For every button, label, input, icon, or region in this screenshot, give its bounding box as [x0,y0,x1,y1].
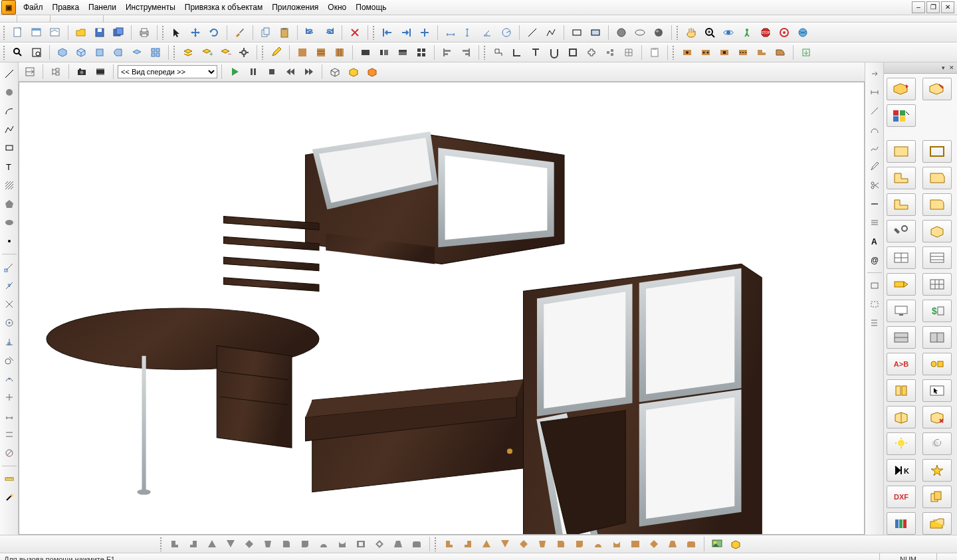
cabinet-x-button[interactable] [922,406,952,428]
snap-node-button[interactable] [1,389,18,406]
shape-b12-button[interactable] [371,535,388,553]
hatch2-button[interactable] [866,214,883,231]
gear-icon-button[interactable] [235,44,253,61]
recent-button[interactable] [47,24,64,41]
menu-panels[interactable]: Панели [84,1,121,14]
restore-button[interactable]: ❐ [926,1,940,13]
grid-button[interactable] [620,44,637,61]
obj-corner-button[interactable] [490,44,507,61]
zoom-fit-button[interactable] [28,44,45,61]
ellipse-button2[interactable] [1,214,18,231]
hardware-button[interactable] [922,353,952,375]
table2-button[interactable] [922,246,952,269]
paste-button[interactable] [276,24,293,41]
zoom-button[interactable] [701,24,718,41]
orbit-button[interactable] [720,24,737,41]
zoom-window-button[interactable] [9,44,27,61]
shape-l-button[interactable] [887,167,916,189]
shape-b2-button[interactable] [185,535,202,553]
layer-add-button[interactable]: + [198,44,215,61]
move-tool-button[interactable] [187,24,204,41]
menu-apps[interactable]: Приложения [267,1,323,14]
grid3-button[interactable] [887,326,916,349]
books-button[interactable] [887,512,916,535]
polyline-button[interactable] [542,24,560,41]
export-button[interactable] [798,44,815,61]
3d-viewport[interactable] [19,82,865,535]
pan-button[interactable] [683,24,700,41]
shape-rect2-button[interactable] [922,140,952,163]
shape-c13-button[interactable] [664,535,681,553]
menu-help[interactable]: Помощь [351,1,391,14]
ab-convert-button[interactable]: A>B [887,353,916,375]
film-button[interactable] [92,63,109,80]
shape-c11-button[interactable] [627,535,644,553]
shape-c14-button[interactable] [683,535,700,553]
clipboard-button[interactable] [646,44,663,61]
label-button[interactable] [887,273,916,296]
views-list-button[interactable] [21,63,39,80]
at-icon[interactable]: @ [866,251,883,268]
snap-center-button[interactable] [416,24,433,41]
add-panel-button[interactable] [887,78,916,100]
globe-button[interactable] [794,24,811,41]
hole-1-button[interactable] [679,44,696,61]
panel-2-button[interactable] [375,44,393,61]
draw-rect-button[interactable] [1,140,18,157]
snap-cen-button[interactable] [1,314,18,331]
dim-vertical-button[interactable] [461,24,478,41]
measure-diag-button[interactable] [866,102,883,120]
draw-arc-button[interactable] [1,102,18,120]
arrow-right-icon[interactable] [866,65,883,82]
shape-c10-button[interactable] [608,535,625,553]
shape-rect-button[interactable] [887,140,916,163]
spline-button[interactable] [866,140,883,157]
open-button[interactable] [72,24,90,41]
rect2-button[interactable] [866,277,883,294]
view-iso2-button[interactable] [72,44,90,61]
material-3-button[interactable] [331,44,348,61]
snap-left-button[interactable] [379,24,396,41]
cutout-button[interactable] [753,44,770,61]
material-1-button[interactable] [294,44,311,61]
rect-fill-button[interactable] [587,24,604,41]
play-button[interactable] [226,63,243,80]
shape-b6-button[interactable] [259,535,276,553]
shape-b7-button[interactable] [278,535,295,553]
panel-1-button[interactable] [357,44,374,61]
light-button[interactable] [887,432,916,455]
dim-horizontal-button[interactable] [442,24,459,41]
snap-tan-button[interactable] [1,351,18,369]
shape-b13-button[interactable] [389,535,407,553]
select2-button[interactable] [922,379,952,402]
delete-button[interactable] [346,24,364,41]
forward-button[interactable] [300,63,318,80]
shape-c12-button[interactable] [645,535,663,553]
hole-3-button[interactable] [716,44,733,61]
draw-polyline-button[interactable] [1,121,18,138]
view-side-button[interactable] [110,44,127,61]
undo-button[interactable] [302,24,319,41]
monitor-button[interactable] [887,300,916,322]
shape-c2-button[interactable] [459,535,477,553]
obj-box-button[interactable] [564,44,582,61]
star-button[interactable] [922,459,952,482]
round-button[interactable] [772,44,789,61]
panel-pin-icon[interactable]: ▾ [939,64,947,72]
rotate-tool-button[interactable] [205,24,223,41]
snap-mid-button[interactable] [1,277,18,294]
draw-circle-button[interactable] [1,84,18,101]
edit-panel-button[interactable] [922,78,952,100]
obj-cross-button[interactable] [583,44,600,61]
cost-button[interactable]: $ [922,300,952,322]
snap-near-button[interactable] [1,370,18,387]
snap-perp-button[interactable] [1,333,18,350]
dim-angle-button[interactable] [479,24,496,41]
shape-c6-button[interactable] [534,535,551,553]
scissors-icon[interactable] [866,177,883,194]
tree-button[interactable] [47,63,64,80]
view-front-button[interactable] [91,44,108,61]
shape-b8-button[interactable] [296,535,314,553]
layer-button[interactable] [179,44,197,61]
align-left-button[interactable] [439,44,456,61]
